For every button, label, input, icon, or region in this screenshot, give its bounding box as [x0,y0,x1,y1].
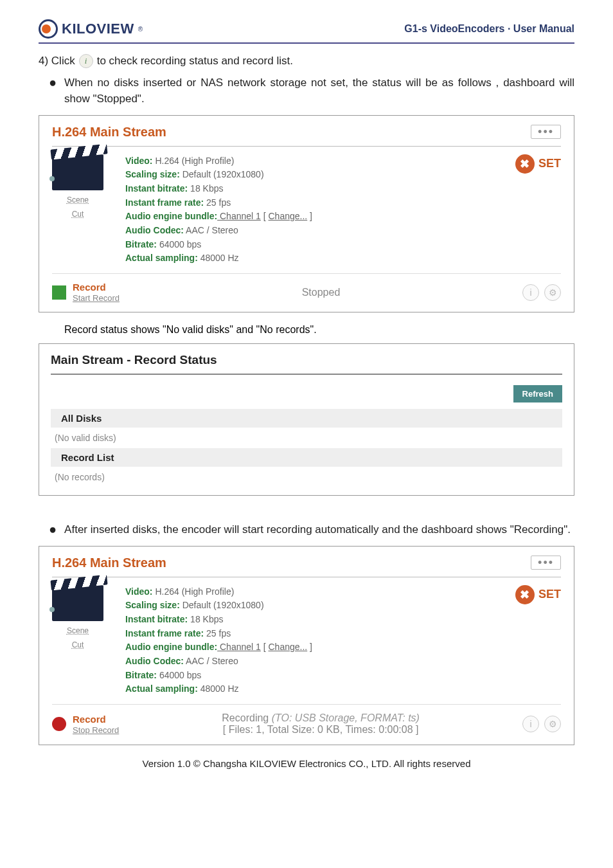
frame-rate-label: Instant frame rate: [125,197,204,208]
clapperboard-icon [52,154,103,190]
frame-rate-value: 25 fps [204,197,231,208]
bitrate-label: Bitrate: [125,670,157,680]
instant-bitrate-value: 18 Kbps [188,614,223,624]
bitrate-value: 64000 bps [157,239,201,249]
doc-title: G1-s VideoEncoders · User Manual [404,23,574,35]
record-indicator-recording-icon [52,717,66,731]
set-button[interactable]: ✖ SET [515,154,561,174]
panel-title: H.264 Main Stream [52,125,166,140]
step-prefix: 4) Click [39,53,75,69]
cut-link[interactable]: Cut [72,640,84,649]
more-button[interactable]: ••• [531,125,561,139]
video-label: Video: [125,156,153,166]
clapperboard-icon [52,585,103,621]
recording-target: (TO: USB Storage, FORMAT: ts) [272,712,420,723]
change-link[interactable]: Change... [269,211,308,221]
scale-label: Scaling size: [125,600,180,610]
audio-codec-value: AAC / Stereo [184,225,238,235]
video-value: H.264 (High Profile) [153,156,235,166]
set-label: SET [538,157,561,170]
frame-rate-value: 25 fps [204,628,231,638]
sampling-value: 48000 Hz [198,683,239,694]
record-status-text: Stopped [120,287,522,298]
sampling-label: Actual sampling: [125,683,198,694]
cut-link[interactable]: Cut [72,210,84,219]
recording-details: [ Files: 1, Total Size: 0 KB, Times: 0:0… [223,724,419,735]
bullet-icon: ● [49,75,57,107]
set-button[interactable]: ✖ SET [515,585,561,604]
sampling-label: Actual sampling: [125,253,198,263]
registered-mark: ® [138,26,143,33]
page-header: KILOVIEW ® G1-s VideoEncoders · User Man… [39,19,574,44]
scene-link[interactable]: Scene [67,195,89,204]
stream-info-block: Video: H.264 (High Profile) Scaling size… [125,585,493,697]
record-status-panel: Main Stream - Record Status Refresh All … [39,343,574,496]
change-link[interactable]: Change... [269,642,308,652]
video-value: H.264 (High Profile) [153,586,235,597]
logo-icon [39,19,58,39]
frame-rate-label: Instant frame rate: [125,628,204,638]
stream-panel-stopped: H.264 Main Stream ••• Scene Cut Video: H… [39,115,574,313]
audio-codec-label: Audio Codec: [125,225,184,235]
set-label: SET [538,588,561,601]
status-panel-title: Main Stream - Record Status [51,353,562,375]
audio-channel: Channel 1 [217,642,261,652]
audio-channel: Channel 1 [217,211,261,221]
bullet-2: ● After inserted disks, the encoder will… [49,521,574,538]
panel-title: H.264 Main Stream [52,556,166,570]
bullet-icon: ● [49,521,57,538]
no-disks-text: (No valid disks) [51,428,562,448]
gear-button[interactable]: ⚙ [544,284,561,301]
record-list-header: Record List [51,448,562,467]
scene-link[interactable]: Scene [67,626,89,635]
refresh-button[interactable]: Refresh [513,385,562,402]
info-icon: i [79,54,93,68]
instant-bitrate-label: Instant bitrate: [125,183,188,194]
stop-record-link[interactable]: Stop Record [73,725,119,735]
scale-label: Scaling size: [125,169,180,179]
bullet-1-text: When no disks inserted or NAS network st… [64,75,574,107]
bracket-open: [ [261,211,269,221]
scale-value: Default (1920x1080) [180,600,264,610]
audio-codec-label: Audio Codec: [125,656,184,666]
step-4-line: 4) Click i to check recording status and… [39,53,574,69]
bullet-2-text: After inserted disks, the encoder will s… [64,521,574,538]
video-label: Video: [125,586,153,597]
bitrate-label: Bitrate: [125,239,157,249]
no-records-text: (No records) [51,467,562,487]
bracket-close: ] [307,211,312,221]
stream-panel-recording: H.264 Main Stream ••• Scene Cut Video: H… [39,546,574,746]
start-record-link[interactable]: Start Record [73,293,120,303]
audio-bundle-label: Audio engine bundle: [125,211,217,221]
info-button[interactable]: i [522,716,539,732]
record-heading: Record [73,714,106,725]
bitrate-value: 64000 bps [157,670,201,680]
wrench-icon: ✖ [515,585,535,604]
recording-label: Recording [222,712,271,723]
bracket-open: [ [261,642,269,652]
instant-bitrate-label: Instant bitrate: [125,614,188,624]
sampling-value: 48000 Hz [198,253,239,263]
step-suffix: to check recording status and record lis… [97,53,293,69]
record-indicator-stopped-icon [52,285,66,300]
all-disks-header: All Disks [51,409,562,428]
bullet-1: ● When no disks inserted or NAS network … [49,75,574,107]
record-status-block: Recording (TO: USB Storage, FORMAT: ts) … [119,712,522,736]
scale-value: Default (1920x1080) [180,169,264,179]
brand-logo: KILOVIEW ® [39,19,143,39]
gear-button[interactable]: ⚙ [544,716,561,732]
bracket-close: ] [307,642,312,652]
audio-bundle-label: Audio engine bundle: [125,642,217,652]
caption-1: Record status shows "No valid disks" and… [64,324,574,336]
more-button[interactable]: ••• [531,556,561,570]
brand-name: KILOVIEW [62,21,134,37]
instant-bitrate-value: 18 Kbps [188,183,223,194]
audio-codec-value: AAC / Stereo [184,656,238,666]
page-footer: Version 1.0 © Changsha KILOVIEW Electron… [39,758,574,769]
wrench-icon: ✖ [515,154,535,174]
info-button[interactable]: i [522,284,539,301]
stream-info-block: Video: H.264 (High Profile) Scaling size… [125,154,493,266]
record-heading: Record [73,282,106,293]
